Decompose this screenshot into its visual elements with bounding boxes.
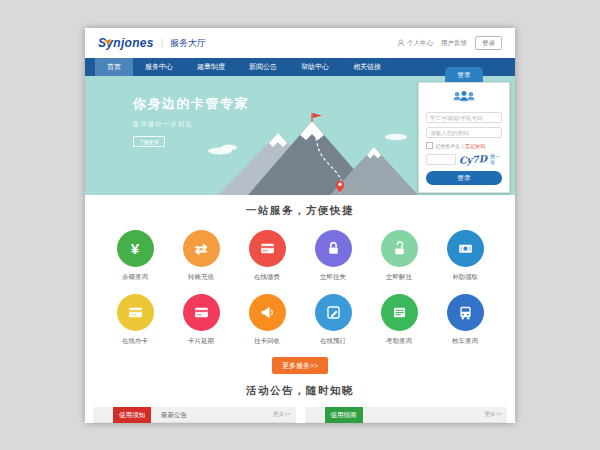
- service-item[interactable]: ¥余额查询: [104, 230, 166, 282]
- more-services-button[interactable]: 更多服务>>: [272, 357, 328, 374]
- site-container: Synjones | 服务大厅 个人中心 用户反馈 登录 首页服务中心规章制度新…: [85, 28, 515, 423]
- site-name: 服务大厅: [170, 37, 206, 50]
- password-input[interactable]: [426, 127, 502, 138]
- transfer-icon: ⇄: [183, 230, 220, 267]
- yen-icon: ¥: [117, 230, 154, 267]
- captcha-row: Cy7D 换一张: [426, 153, 502, 165]
- service-label: 补助领取: [434, 273, 496, 282]
- header-divider: |: [161, 38, 163, 48]
- users-icon: [426, 89, 502, 107]
- user-icon: [397, 39, 405, 47]
- service-label: 立即解挂: [368, 273, 430, 282]
- header: Synjones | 服务大厅 个人中心 用户反馈 登录: [85, 28, 515, 58]
- captcha-input[interactable]: [426, 154, 456, 165]
- card-icon: [117, 294, 154, 331]
- lock-icon: [315, 230, 352, 267]
- service-label: 挂卡回收: [236, 337, 298, 346]
- nav-item-help-center[interactable]: 帮助中心: [289, 58, 341, 76]
- logo[interactable]: Synjones: [98, 36, 154, 50]
- login-panel: 登录 记住用户名 |: [418, 67, 510, 193]
- left-more-link[interactable]: 更多>>: [273, 407, 290, 422]
- login-submit-button[interactable]: 登录: [426, 171, 502, 185]
- personal-center-label: 个人中心: [407, 39, 433, 48]
- remember-checkbox[interactable]: [426, 142, 433, 149]
- service-item[interactable]: 校车查询: [434, 294, 496, 346]
- login-options: 记住用户名 | 忘记密码: [426, 142, 502, 149]
- service-item[interactable]: 在线预订: [302, 294, 364, 346]
- card-icon: [249, 230, 286, 267]
- list-icon: [381, 294, 418, 331]
- edit-icon: [315, 294, 352, 331]
- services-row-2: 在线办卡卡片延期挂卡回收在线预订考勤查询校车查询: [85, 294, 515, 346]
- nav-item-news[interactable]: 新闻公告: [237, 58, 289, 76]
- service-label: 在线预订: [302, 337, 364, 346]
- tab-latest-announcements[interactable]: 最新公告: [161, 407, 187, 422]
- services-section: 一站服务，方便快捷 ¥余额查询⇄转账充值在线缴费立即挂失立即解挂补助领取 在线办…: [85, 195, 515, 374]
- service-label: 余额查询: [104, 273, 166, 282]
- announcements-title: 活动公告，随时知晓: [85, 384, 515, 398]
- service-item[interactable]: ⇄转账充值: [170, 230, 232, 282]
- tab-user-guide[interactable]: 使用指南: [325, 407, 363, 423]
- user-feedback-link[interactable]: 用户反馈: [441, 39, 467, 48]
- service-item[interactable]: 补助领取: [434, 230, 496, 282]
- remember-label: 记住用户名: [435, 143, 460, 149]
- card-icon: [183, 294, 220, 331]
- captcha-image[interactable]: Cy7D: [459, 153, 488, 166]
- nav-item-related-links[interactable]: 相关链接: [341, 58, 393, 76]
- captcha-refresh-link[interactable]: 换一张: [490, 153, 502, 165]
- banknote-icon: [447, 230, 484, 267]
- service-item[interactable]: 卡片延期: [170, 294, 232, 346]
- tab-usage-notice[interactable]: 使用须知: [113, 407, 151, 423]
- options-separator: |: [462, 143, 463, 149]
- user-feedback-label: 用户反馈: [441, 39, 467, 48]
- nav-item-service-center[interactable]: 服务中心: [133, 58, 185, 76]
- service-label: 转账充值: [170, 273, 232, 282]
- header-right: 个人中心 用户反馈 登录: [397, 36, 502, 50]
- megaphone-icon: [249, 294, 286, 331]
- service-item[interactable]: 立即解挂: [368, 230, 430, 282]
- announcement-panel-right: 使用指南 更多>>: [305, 407, 508, 423]
- bus-icon: [447, 294, 484, 331]
- hero-title: 你身边的卡管专家: [133, 95, 249, 113]
- header-login-button[interactable]: 登录: [475, 36, 502, 50]
- service-label: 在线办卡: [104, 337, 166, 346]
- service-label: 在线缴费: [236, 273, 298, 282]
- services-title: 一站服务，方便快捷: [85, 204, 515, 218]
- announcements-section: 活动公告，随时知晓 使用须知 最新公告 更多>> 使用指南 更多>>: [85, 374, 515, 423]
- mountain-illustration: [190, 113, 425, 195]
- right-more-link[interactable]: 更多>>: [485, 407, 502, 422]
- service-item[interactable]: 挂卡回收: [236, 294, 298, 346]
- announcement-panel-left: 使用须知 最新公告 更多>>: [93, 407, 296, 423]
- login-tab[interactable]: 登录: [445, 67, 483, 82]
- service-label: 立即挂失: [302, 273, 364, 282]
- nav-item-rules[interactable]: 规章制度: [185, 58, 237, 76]
- right-panel-tabbar: 使用指南 更多>>: [305, 407, 508, 423]
- hero-banner: 你身边的卡管专家 提供捷径一步到位 了解更多 登录: [85, 76, 515, 195]
- service-label: 校车查询: [434, 337, 496, 346]
- username-input[interactable]: [426, 112, 502, 123]
- service-item[interactable]: 立即挂失: [302, 230, 364, 282]
- announcement-panels: 使用须知 最新公告 更多>> 使用指南 更多>>: [93, 407, 507, 423]
- services-row-1: ¥余额查询⇄转账充值在线缴费立即挂失立即解挂补助领取: [85, 230, 515, 282]
- service-item[interactable]: 在线缴费: [236, 230, 298, 282]
- service-label: 考勤查询: [368, 337, 430, 346]
- login-form: 记住用户名 | 忘记密码 Cy7D 换一张 登录: [418, 82, 510, 193]
- service-item[interactable]: 考勤查询: [368, 294, 430, 346]
- left-panel-tabbar: 使用须知 最新公告 更多>>: [93, 407, 296, 423]
- service-label: 卡片延期: [170, 337, 232, 346]
- forgot-password-link[interactable]: 忘记密码: [465, 143, 485, 149]
- service-item[interactable]: 在线办卡: [104, 294, 166, 346]
- nav-item-home[interactable]: 首页: [95, 58, 133, 76]
- hero-cta-button[interactable]: 了解更多: [133, 136, 165, 147]
- unlock-icon: [381, 230, 418, 267]
- personal-center-link[interactable]: 个人中心: [397, 39, 433, 48]
